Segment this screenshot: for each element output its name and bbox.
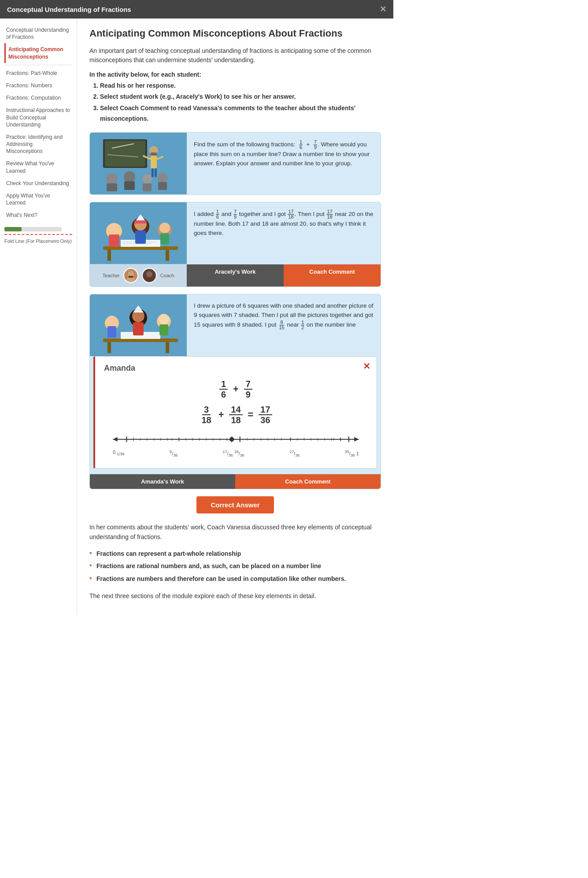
amanda-work-button[interactable]: Amanda's Work bbox=[90, 474, 235, 489]
svg-point-13 bbox=[124, 171, 135, 182]
svg-rect-53 bbox=[159, 324, 168, 335]
fraction-3-18: 3 18 bbox=[200, 405, 213, 425]
instructions-list: Read his or her response. Select student… bbox=[89, 81, 381, 124]
fraction-1-6: 1 6 bbox=[219, 379, 228, 399]
amanda-card: I drew a picture of 6 squares with one s… bbox=[89, 294, 381, 489]
sidebar-item-check[interactable]: Check Your Understanding bbox=[4, 177, 72, 190]
page-title: Anticipating Common Misconceptions About… bbox=[89, 27, 381, 40]
svg-point-26 bbox=[108, 223, 120, 234]
main-content: Anticipating Common Misconceptions About… bbox=[77, 19, 393, 615]
amanda-footer: Amanda's Work Coach Comment bbox=[90, 474, 381, 489]
nl-label-0: 0 1/36 bbox=[113, 450, 125, 458]
bullet-item-2: Fractions are rational numbers and, as s… bbox=[89, 560, 381, 572]
amanda-popup: Amanda ✕ 1 6 + 7 9 3 bbox=[93, 356, 377, 469]
instruction-2: Select student work (e.g., Aracely's Wor… bbox=[100, 92, 381, 102]
coach-avatar bbox=[142, 268, 157, 283]
svg-point-46 bbox=[107, 316, 117, 326]
amanda-image bbox=[90, 294, 187, 356]
sidebar-item-conceptual[interactable]: Conceptual Understanding of Fractions bbox=[4, 24, 72, 43]
svg-marker-35 bbox=[136, 214, 145, 220]
svg-rect-14 bbox=[124, 181, 135, 190]
amanda-popup-close[interactable]: ✕ bbox=[363, 361, 370, 372]
svg-point-63 bbox=[229, 437, 234, 441]
nl-label-9: 9/36 bbox=[170, 450, 178, 458]
sidebar: Conceptual Understanding of Fractions An… bbox=[0, 19, 77, 615]
svg-rect-12 bbox=[107, 183, 117, 191]
sidebar-item-instructional[interactable]: Instructional Approaches to Build Concep… bbox=[4, 104, 72, 131]
number-line-svg bbox=[108, 430, 363, 448]
svg-point-39 bbox=[146, 271, 152, 277]
instruction-3: Select Coach Comment to read Vanessa's c… bbox=[100, 103, 381, 124]
svg-rect-1 bbox=[105, 141, 145, 167]
sidebar-item-partwhole[interactable]: Fractions: Part-Whole bbox=[4, 67, 72, 79]
close-button[interactable]: ✕ bbox=[380, 4, 386, 14]
fraction-17-36: 17 36 bbox=[259, 405, 272, 425]
nl-label-27: 27/36 bbox=[289, 450, 300, 458]
svg-point-11 bbox=[106, 173, 118, 185]
aracely-speech: I added 16 and 79 together and I got 171… bbox=[187, 202, 381, 264]
svg-rect-20 bbox=[107, 250, 111, 261]
aracely-image bbox=[90, 202, 187, 264]
main-layout: Conceptual Understanding of Fractions An… bbox=[0, 19, 393, 615]
number-line-container: 0 1/36 9/36 17/36 18/36 27/36 35/36 1 bbox=[104, 430, 368, 458]
svg-rect-5 bbox=[151, 155, 157, 168]
nl-label-35-1: 35/36 1 bbox=[345, 450, 359, 458]
instruction-1: Read his or her response. bbox=[100, 81, 381, 91]
svg-marker-54 bbox=[133, 305, 144, 313]
bottom-text-1: In her comments about the students' work… bbox=[89, 522, 381, 542]
plus-sign-2: + bbox=[218, 409, 224, 420]
svg-point-52 bbox=[159, 314, 169, 324]
math-row-2: 3 18 + 14 18 = 17 36 bbox=[104, 405, 368, 425]
aracely-footer: Teacher Coach Aracely's Work Coach Comme… bbox=[90, 264, 381, 286]
aracely-card: I added 16 and 79 together and I got 171… bbox=[89, 202, 381, 287]
progress-bar-fill bbox=[4, 227, 22, 231]
sidebar-item-apply[interactable]: Apply What You've Learned bbox=[4, 190, 72, 209]
sidebar-item-whatsnext[interactable]: What's Next? bbox=[4, 209, 72, 221]
sidebar-item-numbers[interactable]: Fractions: Numbers bbox=[4, 79, 72, 92]
fraction-14-18: 14 18 bbox=[229, 405, 242, 425]
fold-line-label: Fold Line (For Placement Only) bbox=[4, 238, 72, 246]
svg-rect-8 bbox=[152, 168, 154, 177]
nl-label-1718: 17/36 18/36 bbox=[223, 450, 244, 458]
sidebar-item-practice[interactable]: Practice: Identifying and Addressing Mis… bbox=[4, 131, 72, 158]
svg-point-15 bbox=[142, 174, 152, 184]
question-card: Find the sum of the following fractions:… bbox=[89, 132, 381, 195]
aracely-work-button[interactable]: Aracely's Work bbox=[187, 264, 284, 286]
aracely-coach-button[interactable]: Coach Comment bbox=[284, 264, 381, 286]
correct-answer-button[interactable]: Correct Answer bbox=[196, 496, 274, 513]
svg-rect-42 bbox=[107, 342, 111, 353]
amanda-popup-title: Amanda bbox=[104, 364, 368, 373]
fraction-7-9: 7 9 bbox=[244, 379, 252, 399]
fold-line-area: Fold Line (For Placement Only) bbox=[4, 227, 72, 246]
amanda-speech: I drew a picture of 6 squares with one s… bbox=[187, 294, 381, 356]
svg-rect-38 bbox=[127, 278, 135, 282]
svg-rect-34 bbox=[160, 233, 169, 244]
svg-rect-50 bbox=[133, 322, 144, 335]
teacher-avatar bbox=[123, 268, 138, 283]
question-speech-bubble: Find the sum of the following fractions:… bbox=[187, 133, 381, 194]
svg-marker-56 bbox=[113, 437, 117, 441]
intro-text: An important part of teaching conceptual… bbox=[89, 46, 381, 65]
fold-line bbox=[4, 234, 72, 235]
bottom-text-2: The next three sections of the module ex… bbox=[89, 591, 381, 601]
instructions-header: In the activity below, for each student: bbox=[89, 71, 381, 78]
sidebar-item-anticipating[interactable]: Anticipating Common Misconceptions bbox=[4, 43, 72, 63]
sidebar-item-computation[interactable]: Fractions: Computation bbox=[4, 92, 72, 104]
coach-label-avatar: Coach bbox=[160, 273, 174, 278]
amanda-coach-button[interactable]: Coach Comment bbox=[235, 474, 381, 489]
progress-bar bbox=[4, 227, 62, 231]
svg-rect-30 bbox=[135, 231, 146, 244]
bullet-list: Fractions can represent a part-whole rel… bbox=[89, 547, 381, 585]
sidebar-item-review[interactable]: Review What You've Learned bbox=[4, 157, 72, 177]
svg-rect-10 bbox=[151, 153, 157, 156]
svg-rect-9 bbox=[155, 168, 157, 177]
bottom-section: In her comments about the students' work… bbox=[89, 522, 381, 601]
svg-rect-16 bbox=[143, 183, 152, 191]
svg-rect-19 bbox=[103, 246, 178, 250]
svg-line-7 bbox=[157, 157, 163, 159]
svg-rect-40 bbox=[145, 278, 153, 282]
bullet-item-1: Fractions can represent a part-whole rel… bbox=[89, 547, 381, 560]
svg-point-33 bbox=[159, 223, 170, 233]
plus-sign-1: + bbox=[233, 383, 239, 394]
top-bar: Conceptual Understanding of Fractions ✕ bbox=[0, 0, 393, 19]
